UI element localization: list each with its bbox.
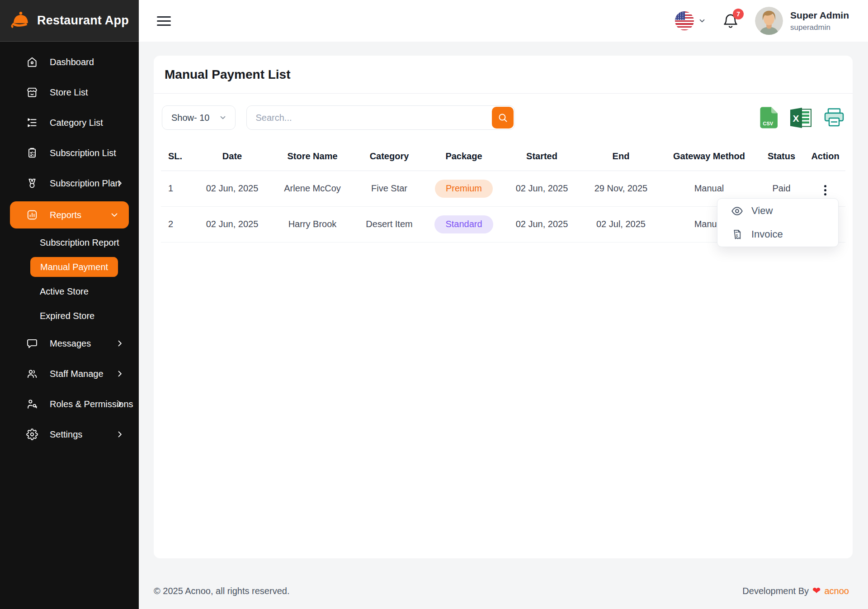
- sidebar-subitem-label: Active Store: [40, 286, 89, 297]
- search-icon: [497, 112, 508, 123]
- cell-started: 02 Jun, 2025: [502, 171, 581, 206]
- cell-category: Five Star: [353, 171, 425, 206]
- settings-icon: [26, 428, 38, 440]
- row-actions-button[interactable]: [821, 182, 829, 198]
- invoice-icon: $: [731, 228, 743, 241]
- us-flag-icon: [675, 11, 694, 30]
- sidebar-subitem-label: Expired Store: [40, 311, 94, 321]
- sidebar-item-label: Messages: [50, 338, 91, 349]
- search-input[interactable]: [246, 105, 515, 130]
- footer: © 2025 Acnoo, all rights reserved. Devel…: [139, 573, 868, 609]
- user-profile-button[interactable]: Super Admin superadmin: [755, 7, 849, 35]
- package-badge: Premium: [435, 180, 493, 198]
- sidebar-item-label: Category List: [50, 118, 103, 128]
- notification-badge: 7: [733, 9, 744, 19]
- brand[interactable]: Restaurant App: [0, 0, 139, 42]
- print-icon[interactable]: [824, 108, 844, 127]
- chevron-down-icon: [698, 17, 706, 25]
- development-credit: Development By ❤ acnoo: [742, 586, 849, 596]
- topbar-right: 7 Super Admin superadmin: [675, 7, 849, 35]
- page-title: Manual Payment List: [165, 67, 291, 82]
- menu-item-label: Invoice: [751, 228, 783, 240]
- sidebar-item-settings[interactable]: Settings: [0, 422, 139, 447]
- user-role: superadmin: [790, 23, 849, 32]
- eye-icon: [731, 205, 743, 217]
- cell-package: Standard: [425, 206, 502, 242]
- chevron-right-icon: [115, 369, 124, 378]
- cell-sl: 2: [161, 206, 193, 242]
- sidebar-item-roles-permissions[interactable]: Roles & Permissions: [0, 392, 139, 416]
- roles-icon: [26, 398, 38, 410]
- user-name: Super Admin: [790, 10, 849, 21]
- export-actions: CSV X: [760, 106, 844, 129]
- search-button[interactable]: [492, 107, 514, 128]
- acnoo-link[interactable]: acnoo: [825, 586, 849, 596]
- table-header-row: SL. Date Store Name Category Package Sta…: [161, 143, 845, 171]
- subscription-plan-icon: [26, 177, 38, 189]
- sidebar-toggle-button[interactable]: [157, 16, 171, 26]
- col-header-end: End: [581, 143, 660, 171]
- col-header-action: Action: [805, 143, 845, 171]
- menu-item-view[interactable]: View: [717, 199, 838, 223]
- show-entries-label: Show- 10: [171, 113, 210, 123]
- sidebar-item-reports[interactable]: Reports: [10, 201, 129, 228]
- user-info: Super Admin superadmin: [790, 10, 849, 32]
- notifications-button[interactable]: 7: [722, 13, 739, 29]
- show-entries-select[interactable]: Show- 10: [162, 105, 236, 130]
- cell-end: 02 Jul, 2025: [581, 206, 660, 242]
- sidebar-item-label: Subscription List: [50, 148, 116, 158]
- topbar: 7 Super Admin superadmin: [139, 0, 868, 42]
- category-icon: [26, 117, 38, 128]
- svg-text:$: $: [736, 233, 738, 238]
- sidebar-item-label: Settings: [50, 429, 82, 440]
- col-header-category: Category: [353, 143, 425, 171]
- sidebar-item-subscription-plan[interactable]: Subscription Plan: [0, 171, 139, 195]
- sidebar-subitem-active-store[interactable]: Active Store: [0, 279, 139, 304]
- sidebar: Restaurant App Dashboard Store List Cate…: [0, 0, 139, 609]
- staff-icon: [26, 368, 38, 380]
- cell-store-name: Harry Brook: [272, 206, 353, 242]
- sidebar-nav: Dashboard Store List Category List Subsc…: [0, 42, 139, 447]
- excel-export-icon[interactable]: X: [790, 108, 812, 128]
- package-badge: Standard: [434, 215, 493, 233]
- messages-icon: [26, 338, 38, 349]
- csv-export-icon[interactable]: CSV: [760, 106, 778, 129]
- reports-submenu: Subscription Report Manual Payment Activ…: [0, 230, 139, 328]
- chevron-right-icon: [115, 339, 124, 348]
- sidebar-item-subscription-list[interactable]: Subscription List: [0, 141, 139, 165]
- sidebar-item-label: Reports: [50, 210, 81, 220]
- heart-icon: ❤: [812, 586, 821, 596]
- development-by-text: Development By: [742, 586, 809, 596]
- restaurant-logo-icon: [10, 10, 31, 31]
- sidebar-item-dashboard[interactable]: Dashboard: [0, 50, 139, 74]
- sidebar-item-label: Dashboard: [50, 57, 94, 67]
- table-controls: Show- 10 CSV: [154, 94, 853, 143]
- sidebar-subitem-manual-payment[interactable]: Manual Payment: [0, 255, 139, 279]
- cell-date: 02 Jun, 2025: [193, 171, 272, 206]
- col-header-package: Package: [425, 143, 502, 171]
- sidebar-item-messages[interactable]: Messages: [0, 331, 139, 356]
- sidebar-item-label: Subscription Plan: [50, 178, 120, 189]
- col-header-started: Started: [502, 143, 581, 171]
- menu-item-invoice[interactable]: $ Invoice: [717, 223, 838, 246]
- col-header-store-name: Store Name: [272, 143, 353, 171]
- cell-store-name: Arlene McCoy: [272, 171, 353, 206]
- sidebar-item-staff-manage[interactable]: Staff Manage: [0, 362, 139, 386]
- menu-item-label: View: [751, 205, 773, 217]
- sidebar-item-store-list[interactable]: Store List: [0, 80, 139, 105]
- row-action-menu: View $ Invoice: [717, 198, 839, 247]
- cell-package: Premium: [425, 171, 502, 206]
- sidebar-subitem-subscription-report[interactable]: Subscription Report: [0, 230, 139, 255]
- card-header: Manual Payment List: [154, 56, 853, 94]
- brand-name: Restaurant App: [37, 14, 129, 28]
- store-icon: [26, 86, 38, 98]
- svg-text:X: X: [793, 113, 799, 124]
- sidebar-subitem-label: Manual Payment: [30, 257, 118, 277]
- col-header-date: Date: [193, 143, 272, 171]
- language-selector[interactable]: [675, 11, 706, 30]
- chevron-right-icon: [115, 400, 124, 409]
- sidebar-item-category-list[interactable]: Category List: [0, 110, 139, 135]
- sidebar-subitem-expired-store[interactable]: Expired Store: [0, 304, 139, 328]
- cell-category: Desert Item: [353, 206, 425, 242]
- subscription-list-icon: [26, 147, 38, 159]
